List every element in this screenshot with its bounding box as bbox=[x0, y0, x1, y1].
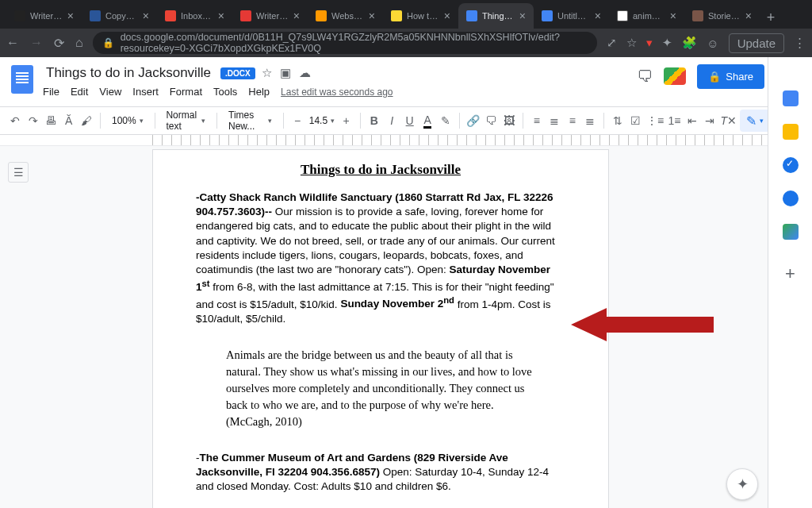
zoom-select[interactable]: 100% bbox=[107, 114, 148, 128]
docs-toolbar: ↶ ↷ 🖶 Ă 🖌 100% Normal text Times New... … bbox=[0, 106, 812, 135]
underline-icon[interactable]: U bbox=[402, 110, 416, 131]
close-icon[interactable]: × bbox=[595, 10, 601, 22]
line-spacing-icon[interactable]: ⇅ bbox=[611, 110, 625, 131]
bold-icon[interactable]: B bbox=[367, 110, 381, 131]
lock-share-icon: 🔒 bbox=[708, 71, 721, 83]
style-select[interactable]: Normal text bbox=[161, 108, 210, 133]
align-right-icon[interactable]: ≡ bbox=[565, 110, 579, 131]
kebab-icon[interactable]: ⋮ bbox=[794, 36, 806, 50]
highlight-icon[interactable]: ✎ bbox=[438, 110, 452, 131]
font-dec-icon[interactable]: − bbox=[290, 110, 304, 131]
document-page[interactable]: Things to do in Jacksonville -Catty Shac… bbox=[152, 149, 609, 508]
side-panel: + bbox=[768, 57, 812, 508]
menu-help[interactable]: Help bbox=[248, 86, 270, 98]
align-justify-icon[interactable]: ≣ bbox=[583, 110, 597, 131]
url-input[interactable]: 🔒 docs.google.com/document/d/0B11H_Q7s9L… bbox=[93, 32, 598, 54]
close-icon[interactable]: × bbox=[143, 10, 149, 22]
close-icon[interactable]: × bbox=[293, 10, 300, 22]
paragraph-catty: -Catty Shack Ranch Wildlife Sanctuary (1… bbox=[196, 190, 565, 326]
paragraph-riverside: -Riverside Arts Market (715 Riverside Av… bbox=[196, 506, 565, 508]
home-icon[interactable]: ⌂ bbox=[75, 36, 83, 50]
emoji-ext-icon[interactable]: ☺ bbox=[707, 37, 718, 50]
tasks-icon[interactable] bbox=[783, 157, 799, 173]
number-list-icon[interactable]: 1≡ bbox=[667, 110, 681, 131]
editing-mode-button[interactable]: ✎ bbox=[740, 110, 770, 132]
tab-untitled[interactable]: Untitled do× bbox=[534, 3, 609, 29]
tab-websiteau[interactable]: Website Au× bbox=[308, 3, 383, 29]
undo-icon[interactable]: ↶ bbox=[8, 110, 22, 131]
clear-format-icon[interactable]: T✕ bbox=[721, 110, 737, 131]
menu-tools[interactable]: Tools bbox=[213, 86, 237, 98]
contacts-icon[interactable] bbox=[783, 190, 799, 206]
insert-image-icon[interactable]: 🖼 bbox=[501, 110, 515, 131]
reload-icon[interactable]: ⟳ bbox=[54, 36, 64, 51]
addons-plus-icon[interactable]: + bbox=[785, 264, 795, 284]
tab-copyscape[interactable]: Copyscape× bbox=[82, 3, 157, 29]
comments-icon[interactable]: 🗨 bbox=[637, 67, 653, 86]
back-icon[interactable]: ← bbox=[6, 36, 19, 50]
pocket-icon[interactable]: ▾ bbox=[646, 36, 653, 50]
star-icon[interactable]: ☆ bbox=[626, 36, 637, 50]
paint-format-icon[interactable]: 🖌 bbox=[79, 110, 94, 131]
menu-insert[interactable]: Insert bbox=[132, 86, 159, 98]
update-button[interactable]: Update bbox=[729, 33, 784, 53]
tab-stories[interactable]: Stories fron× bbox=[684, 3, 760, 29]
text-color-icon[interactable]: A bbox=[420, 110, 435, 131]
font-size-input[interactable]: 14.5 bbox=[308, 114, 335, 128]
redo-icon[interactable]: ↷ bbox=[25, 110, 40, 131]
doc-title[interactable]: Things to do in Jacksonville bbox=[43, 64, 214, 83]
meet-icon[interactable] bbox=[664, 67, 686, 85]
close-icon[interactable]: × bbox=[67, 10, 74, 22]
close-icon[interactable]: × bbox=[670, 10, 676, 22]
ruler[interactable] bbox=[0, 135, 812, 146]
extensions-icon[interactable]: ✦ bbox=[662, 36, 672, 50]
italic-icon[interactable]: I bbox=[385, 110, 399, 131]
menu-view[interactable]: View bbox=[99, 86, 121, 98]
tab-inbox[interactable]: Inbox (163)× bbox=[157, 3, 232, 29]
align-center-icon[interactable]: ≣ bbox=[547, 110, 561, 131]
menu-edit[interactable]: Edit bbox=[71, 86, 88, 98]
outline-toggle-icon[interactable]: ☰ bbox=[8, 162, 29, 183]
menu-format[interactable]: Format bbox=[170, 86, 202, 98]
tab-animals[interactable]: animals are× bbox=[609, 3, 684, 29]
close-icon[interactable]: × bbox=[369, 10, 375, 22]
last-edit-text[interactable]: Last edit was seconds ago bbox=[281, 87, 393, 98]
tab-howto[interactable]: How to Mak× bbox=[383, 3, 458, 29]
forward-icon[interactable]: → bbox=[30, 36, 43, 50]
star-doc-icon[interactable]: ☆ bbox=[262, 66, 272, 80]
move-icon[interactable]: ▣ bbox=[280, 66, 291, 80]
docs-header: Things to do in Jacksonville .DOCX ☆ ▣ ☁… bbox=[0, 57, 812, 106]
menu-file[interactable]: File bbox=[43, 86, 59, 98]
block-quote: Animals are the bridge between us and th… bbox=[226, 347, 535, 430]
checklist-icon[interactable]: ☑ bbox=[629, 110, 643, 131]
new-tab-button[interactable]: + bbox=[760, 6, 782, 29]
maps-icon[interactable] bbox=[783, 224, 799, 240]
indent-inc-icon[interactable]: ⇥ bbox=[703, 110, 717, 131]
tab-writeracc[interactable]: Writer Acc× bbox=[232, 3, 308, 29]
tab-writeraccess[interactable]: WriterAccess× bbox=[6, 3, 82, 29]
close-icon[interactable]: × bbox=[745, 10, 752, 22]
close-icon[interactable]: × bbox=[444, 10, 450, 22]
puzzle-icon[interactable]: 🧩 bbox=[682, 36, 697, 50]
font-inc-icon[interactable]: + bbox=[339, 110, 353, 131]
keep-icon[interactable] bbox=[783, 124, 799, 140]
close-icon[interactable]: × bbox=[519, 10, 526, 22]
translate-icon[interactable]: ⤢ bbox=[607, 36, 617, 50]
browser-chrome: WriterAccess× Copyscape× Inbox (163)× Wr… bbox=[0, 0, 812, 57]
share-button[interactable]: 🔒 Share bbox=[697, 64, 764, 89]
tab-strip: WriterAccess× Copyscape× Inbox (163)× Wr… bbox=[0, 0, 812, 29]
calendar-icon[interactable] bbox=[783, 90, 799, 106]
docs-logo-icon[interactable] bbox=[11, 65, 33, 94]
indent-dec-icon[interactable]: ⇤ bbox=[685, 110, 699, 131]
explore-button[interactable]: ✦ bbox=[726, 468, 758, 500]
tab-thingstodo[interactable]: Things to d× bbox=[458, 3, 534, 29]
align-left-icon[interactable]: ≡ bbox=[530, 110, 544, 131]
link-icon[interactable]: 🔗 bbox=[466, 110, 481, 131]
font-select[interactable]: Times New... bbox=[224, 108, 277, 133]
close-icon[interactable]: × bbox=[218, 10, 224, 22]
print-icon[interactable]: 🖶 bbox=[44, 110, 58, 131]
add-comment-icon[interactable]: 🗨 bbox=[484, 110, 498, 131]
spellcheck-icon[interactable]: Ă bbox=[61, 110, 75, 131]
bullet-list-icon[interactable]: ⋮≡ bbox=[646, 110, 664, 131]
cloud-icon[interactable]: ☁ bbox=[299, 66, 311, 80]
